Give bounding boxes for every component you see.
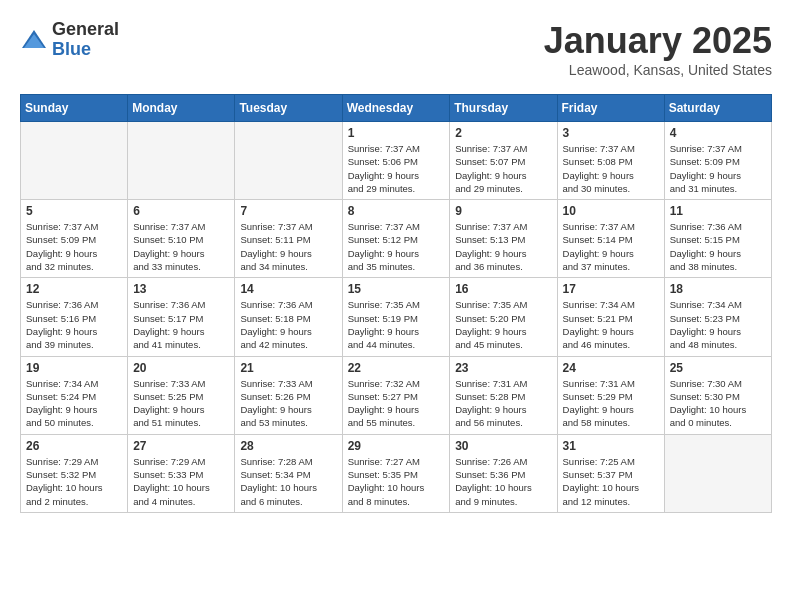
calendar-cell: 9Sunrise: 7:37 AM Sunset: 5:13 PM Daylig…: [450, 200, 557, 278]
calendar-week-3: 12Sunrise: 7:36 AM Sunset: 5:16 PM Dayli…: [21, 278, 772, 356]
day-info: Sunrise: 7:37 AM Sunset: 5:09 PM Dayligh…: [26, 220, 122, 273]
day-number: 6: [133, 204, 229, 218]
title-block: January 2025 Leawood, Kansas, United Sta…: [544, 20, 772, 78]
day-number: 16: [455, 282, 551, 296]
calendar-cell: 16Sunrise: 7:35 AM Sunset: 5:20 PM Dayli…: [450, 278, 557, 356]
day-number: 13: [133, 282, 229, 296]
day-info: Sunrise: 7:33 AM Sunset: 5:26 PM Dayligh…: [240, 377, 336, 430]
calendar-cell: 29Sunrise: 7:27 AM Sunset: 5:35 PM Dayli…: [342, 434, 450, 512]
calendar-cell: 30Sunrise: 7:26 AM Sunset: 5:36 PM Dayli…: [450, 434, 557, 512]
day-info: Sunrise: 7:37 AM Sunset: 5:12 PM Dayligh…: [348, 220, 445, 273]
day-info: Sunrise: 7:36 AM Sunset: 5:17 PM Dayligh…: [133, 298, 229, 351]
day-info: Sunrise: 7:29 AM Sunset: 5:33 PM Dayligh…: [133, 455, 229, 508]
day-info: Sunrise: 7:26 AM Sunset: 5:36 PM Dayligh…: [455, 455, 551, 508]
day-info: Sunrise: 7:37 AM Sunset: 5:09 PM Dayligh…: [670, 142, 766, 195]
day-number: 7: [240, 204, 336, 218]
calendar-cell: 6Sunrise: 7:37 AM Sunset: 5:10 PM Daylig…: [128, 200, 235, 278]
calendar-cell: [128, 122, 235, 200]
weekday-header-row: SundayMondayTuesdayWednesdayThursdayFrid…: [21, 95, 772, 122]
calendar-cell: 27Sunrise: 7:29 AM Sunset: 5:33 PM Dayli…: [128, 434, 235, 512]
day-info: Sunrise: 7:36 AM Sunset: 5:16 PM Dayligh…: [26, 298, 122, 351]
day-number: 10: [563, 204, 659, 218]
day-number: 3: [563, 126, 659, 140]
calendar-cell: 19Sunrise: 7:34 AM Sunset: 5:24 PM Dayli…: [21, 356, 128, 434]
logo: General Blue: [20, 20, 119, 60]
day-number: 20: [133, 361, 229, 375]
day-number: 26: [26, 439, 122, 453]
calendar-cell: 3Sunrise: 7:37 AM Sunset: 5:08 PM Daylig…: [557, 122, 664, 200]
day-info: Sunrise: 7:25 AM Sunset: 5:37 PM Dayligh…: [563, 455, 659, 508]
day-number: 9: [455, 204, 551, 218]
calendar-cell: [235, 122, 342, 200]
day-info: Sunrise: 7:37 AM Sunset: 5:08 PM Dayligh…: [563, 142, 659, 195]
weekday-header-sunday: Sunday: [21, 95, 128, 122]
day-info: Sunrise: 7:36 AM Sunset: 5:15 PM Dayligh…: [670, 220, 766, 273]
calendar-week-5: 26Sunrise: 7:29 AM Sunset: 5:32 PM Dayli…: [21, 434, 772, 512]
weekday-header-monday: Monday: [128, 95, 235, 122]
day-info: Sunrise: 7:34 AM Sunset: 5:24 PM Dayligh…: [26, 377, 122, 430]
day-info: Sunrise: 7:37 AM Sunset: 5:06 PM Dayligh…: [348, 142, 445, 195]
day-number: 21: [240, 361, 336, 375]
calendar-cell: 10Sunrise: 7:37 AM Sunset: 5:14 PM Dayli…: [557, 200, 664, 278]
logo-blue-text: Blue: [52, 40, 119, 60]
calendar-cell: 28Sunrise: 7:28 AM Sunset: 5:34 PM Dayli…: [235, 434, 342, 512]
day-info: Sunrise: 7:37 AM Sunset: 5:14 PM Dayligh…: [563, 220, 659, 273]
day-info: Sunrise: 7:34 AM Sunset: 5:21 PM Dayligh…: [563, 298, 659, 351]
day-number: 28: [240, 439, 336, 453]
day-info: Sunrise: 7:36 AM Sunset: 5:18 PM Dayligh…: [240, 298, 336, 351]
calendar-cell: 24Sunrise: 7:31 AM Sunset: 5:29 PM Dayli…: [557, 356, 664, 434]
calendar-cell: 25Sunrise: 7:30 AM Sunset: 5:30 PM Dayli…: [664, 356, 771, 434]
day-number: 5: [26, 204, 122, 218]
day-info: Sunrise: 7:35 AM Sunset: 5:19 PM Dayligh…: [348, 298, 445, 351]
calendar: SundayMondayTuesdayWednesdayThursdayFrid…: [20, 94, 772, 513]
calendar-cell: 18Sunrise: 7:34 AM Sunset: 5:23 PM Dayli…: [664, 278, 771, 356]
day-number: 17: [563, 282, 659, 296]
day-number: 1: [348, 126, 445, 140]
day-number: 30: [455, 439, 551, 453]
day-number: 23: [455, 361, 551, 375]
calendar-cell: 17Sunrise: 7:34 AM Sunset: 5:21 PM Dayli…: [557, 278, 664, 356]
calendar-cell: 22Sunrise: 7:32 AM Sunset: 5:27 PM Dayli…: [342, 356, 450, 434]
day-number: 31: [563, 439, 659, 453]
day-number: 22: [348, 361, 445, 375]
day-info: Sunrise: 7:28 AM Sunset: 5:34 PM Dayligh…: [240, 455, 336, 508]
day-info: Sunrise: 7:33 AM Sunset: 5:25 PM Dayligh…: [133, 377, 229, 430]
day-info: Sunrise: 7:37 AM Sunset: 5:07 PM Dayligh…: [455, 142, 551, 195]
day-number: 25: [670, 361, 766, 375]
day-info: Sunrise: 7:32 AM Sunset: 5:27 PM Dayligh…: [348, 377, 445, 430]
day-number: 12: [26, 282, 122, 296]
weekday-header-tuesday: Tuesday: [235, 95, 342, 122]
calendar-cell: 12Sunrise: 7:36 AM Sunset: 5:16 PM Dayli…: [21, 278, 128, 356]
day-number: 11: [670, 204, 766, 218]
day-info: Sunrise: 7:35 AM Sunset: 5:20 PM Dayligh…: [455, 298, 551, 351]
day-number: 18: [670, 282, 766, 296]
day-number: 2: [455, 126, 551, 140]
calendar-week-4: 19Sunrise: 7:34 AM Sunset: 5:24 PM Dayli…: [21, 356, 772, 434]
calendar-week-2: 5Sunrise: 7:37 AM Sunset: 5:09 PM Daylig…: [21, 200, 772, 278]
calendar-cell: 1Sunrise: 7:37 AM Sunset: 5:06 PM Daylig…: [342, 122, 450, 200]
day-info: Sunrise: 7:31 AM Sunset: 5:29 PM Dayligh…: [563, 377, 659, 430]
day-info: Sunrise: 7:27 AM Sunset: 5:35 PM Dayligh…: [348, 455, 445, 508]
day-number: 19: [26, 361, 122, 375]
month-title: January 2025: [544, 20, 772, 62]
weekday-header-saturday: Saturday: [664, 95, 771, 122]
calendar-cell: 15Sunrise: 7:35 AM Sunset: 5:19 PM Dayli…: [342, 278, 450, 356]
calendar-cell: 31Sunrise: 7:25 AM Sunset: 5:37 PM Dayli…: [557, 434, 664, 512]
day-number: 24: [563, 361, 659, 375]
day-number: 8: [348, 204, 445, 218]
location: Leawood, Kansas, United States: [544, 62, 772, 78]
logo-general-text: General: [52, 20, 119, 40]
page-header: General Blue January 2025 Leawood, Kansa…: [20, 20, 772, 78]
day-info: Sunrise: 7:34 AM Sunset: 5:23 PM Dayligh…: [670, 298, 766, 351]
day-number: 4: [670, 126, 766, 140]
day-number: 15: [348, 282, 445, 296]
day-number: 14: [240, 282, 336, 296]
calendar-cell: [21, 122, 128, 200]
calendar-cell: 14Sunrise: 7:36 AM Sunset: 5:18 PM Dayli…: [235, 278, 342, 356]
calendar-cell: 8Sunrise: 7:37 AM Sunset: 5:12 PM Daylig…: [342, 200, 450, 278]
day-info: Sunrise: 7:37 AM Sunset: 5:10 PM Dayligh…: [133, 220, 229, 273]
calendar-cell: 13Sunrise: 7:36 AM Sunset: 5:17 PM Dayli…: [128, 278, 235, 356]
calendar-cell: 11Sunrise: 7:36 AM Sunset: 5:15 PM Dayli…: [664, 200, 771, 278]
calendar-cell: 23Sunrise: 7:31 AM Sunset: 5:28 PM Dayli…: [450, 356, 557, 434]
day-info: Sunrise: 7:29 AM Sunset: 5:32 PM Dayligh…: [26, 455, 122, 508]
